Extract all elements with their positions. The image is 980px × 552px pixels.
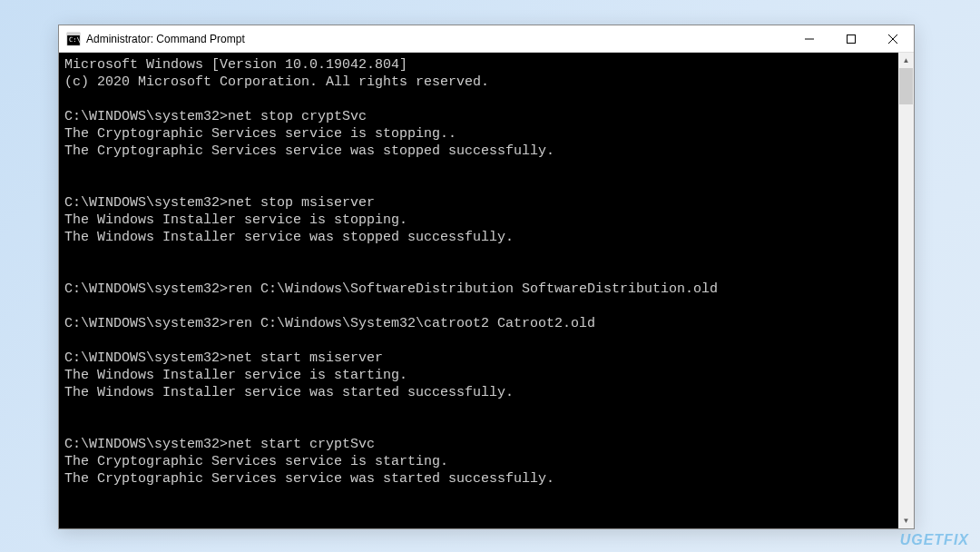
scrollbar-up-button[interactable]: ▲ [898, 53, 914, 68]
terminal-body: Microsoft Windows [Version 10.0.19042.80… [59, 53, 914, 528]
window-title: Administrator: Command Prompt [86, 33, 789, 45]
scrollbar-down-button[interactable]: ▼ [898, 513, 914, 528]
svg-text:C:\: C:\ [69, 36, 81, 44]
cmd-icon: C:\ [66, 32, 81, 46]
command-prompt-window: C:\ Administrator: Command Prompt Micros… [58, 25, 915, 529]
close-button[interactable] [872, 25, 914, 52]
scrollbar-thumb[interactable] [899, 68, 913, 104]
titlebar-buttons [789, 25, 914, 52]
maximize-button[interactable] [830, 25, 872, 52]
scrollbar[interactable]: ▲ ▼ [898, 53, 914, 528]
titlebar[interactable]: C:\ Administrator: Command Prompt [59, 25, 914, 53]
svg-rect-1 [67, 33, 80, 35]
terminal-output[interactable]: Microsoft Windows [Version 10.0.19042.80… [59, 53, 898, 528]
svg-rect-4 [848, 34, 856, 43]
minimize-button[interactable] [789, 25, 830, 52]
watermark: UGETFIX [900, 532, 969, 548]
